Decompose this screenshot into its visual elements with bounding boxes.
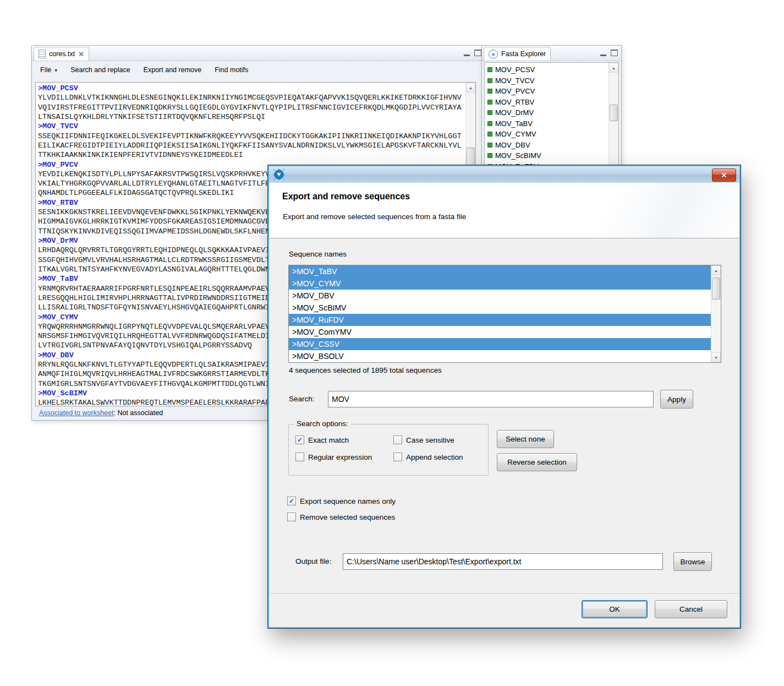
checkbox-exact-match[interactable]: ✓Exact match (295, 435, 393, 444)
explorer-item-label: MOV_PVCV (495, 87, 535, 95)
search-options-group: Search options: ✓Exact matchCase sensiti… (288, 424, 489, 476)
checkbox-box[interactable] (393, 453, 402, 461)
apply-button[interactable]: Apply (660, 390, 693, 409)
sequence-list-item[interactable]: >MOV_CSSV (289, 338, 711, 350)
explorer-item[interactable]: MOV_CYMV (485, 129, 609, 140)
maximize-icon[interactable] (611, 50, 618, 56)
checkbox-label: Remove selected sequences (300, 513, 395, 521)
checkbox-box[interactable]: ✓ (295, 435, 304, 444)
fasta-sequence-header: >MOV_TVCV (38, 122, 466, 131)
checkbox-case-sensitive[interactable]: Case sensitive (393, 435, 463, 444)
browse-button[interactable]: Browse (673, 552, 712, 571)
explorer-item[interactable]: MOV_PVCV (485, 86, 609, 97)
sequence-names-list[interactable]: >MOV_TaBV>MOV_CYMV>MOV_DBV>MOV_ScBIMV>MO… (288, 265, 721, 363)
selection-count: 4 sequences selected of 1895 total seque… (289, 366, 442, 374)
checkbox-label: Exact match (308, 436, 349, 444)
sequence-list-item[interactable]: >MOV_RuFDV (289, 314, 711, 326)
menu-search-and-replace[interactable]: Search and replace (70, 66, 130, 74)
dialog-subtitle: Export and remove selected sequences fro… (283, 213, 466, 221)
explorer-item[interactable]: MOV_TVCV (485, 75, 609, 86)
checkbox-box[interactable] (393, 435, 402, 444)
sequence-list-item[interactable]: >MOV_ScBIMV (289, 302, 711, 314)
worksheet-association-bar: Associated to worksheet: Not associated (39, 409, 163, 417)
export-flags: ✓Export sequence names onlyRemove select… (287, 497, 396, 521)
explorer-item-label: MOV_ScBIMV (495, 151, 541, 160)
tab-close-icon[interactable]: ✕ (78, 51, 84, 58)
explorer-item[interactable]: MOV_DrMV (485, 107, 609, 118)
sequence-rows: >MOV_TaBV>MOV_CYMV>MOV_DBV>MOV_ScBIMV>MO… (289, 265, 711, 362)
minimize-icon[interactable] (600, 50, 606, 56)
dialog-titlebar[interactable]: ✕ (269, 166, 739, 183)
checkbox-label: Export sequence names only (300, 497, 396, 505)
explorer-item-label: MOV_RTBV (495, 98, 534, 106)
fasta-sequence-line: LTNSAISLQYKHLDRLYTNKIFSETSTIIRTDQVQKNFLR… (38, 112, 466, 122)
explorer-title: Fasta Explorer (501, 50, 546, 58)
sequence-list-item[interactable]: >MOV_TaBV (289, 265, 711, 277)
scrollbar-thumb[interactable] (467, 148, 475, 167)
explorer-item[interactable]: MOV_ScBIMV (485, 150, 609, 161)
menu-find-motifs[interactable]: Find motifs (215, 66, 248, 74)
explorer-item-label: MOV_TVCV (495, 77, 535, 85)
menu-file[interactable]: File ▾ (40, 66, 57, 74)
checkbox-box[interactable]: ✓ (287, 497, 296, 505)
menu-export-and-remove[interactable]: Export and remove (144, 66, 202, 74)
editor-tabbar: cores.txt ✕ (32, 46, 485, 61)
desktop: cores.txt ✕ File ▾ Search and replace Ex… (0, 0, 784, 686)
sequence-list-item[interactable]: >MOV_BSOLV (289, 350, 711, 362)
explorer-item-label: MOV_DBV (495, 141, 530, 149)
checkbox-label: Regular expression (308, 453, 372, 461)
cancel-button[interactable]: Cancel (655, 600, 727, 618)
explorer-items: MOV_PCSVMOV_TVCVMOV_PVCVMOV_RTBVMOV_DrMV… (485, 64, 609, 172)
dialog-close-button[interactable]: ✕ (712, 168, 736, 182)
scroll-down-icon[interactable]: ▼ (711, 352, 721, 362)
scrollbar-thumb[interactable] (712, 277, 720, 300)
tab-fasta-explorer[interactable]: » Fasta Explorer (484, 47, 551, 61)
scroll-up-icon[interactable]: ▲ (609, 63, 618, 73)
associated-to-worksheet-link[interactable]: Associated to worksheet (39, 409, 114, 417)
fasta-sequence-line: SSEQKIIFDNNIFEQIKGKELDLSVEKIFEVPTIKNWFKR… (38, 132, 466, 141)
search-input[interactable]: MOV (328, 391, 654, 407)
checkbox-box[interactable] (287, 513, 296, 521)
fasta-sequence-header: >MOV_PCSV (38, 84, 466, 93)
checkbox-regular-expression[interactable]: Regular expression (295, 453, 393, 461)
export-dialog: ✕ Export and remove sequences Export and… (268, 165, 741, 628)
select-none-button[interactable]: Select none (497, 430, 554, 448)
explorer-item[interactable]: MOV_TaBV (485, 118, 609, 129)
tab-cores-txt[interactable]: cores.txt ✕ (34, 47, 89, 61)
checkbox-export-sequence-names-only[interactable]: ✓Export sequence names only (287, 497, 396, 505)
fasta-sequence-line: VQIVIRSTFREGITTPVIIRVEDNRIQDKRYSLLGQIEGD… (38, 103, 466, 112)
minimize-icon[interactable] (464, 50, 470, 56)
sequence-list-item[interactable]: >MOV_ComYMV (289, 326, 711, 338)
scroll-up-icon[interactable]: ▲ (466, 83, 475, 92)
output-file-label: Output file: (295, 557, 331, 565)
list-scrollbar[interactable]: ▲ ▼ (711, 265, 721, 362)
sequence-list-item[interactable]: >MOV_DBV (289, 290, 711, 302)
explorer-item[interactable]: MOV_DBV (485, 140, 609, 151)
output-file-input[interactable]: C:\Users\Name user\Desktop\Test\Export\e… (343, 553, 663, 570)
fasta-sequence-line: YLVDILLDNKLVTKIKNNGHLDLESNEGINQKILEKINRK… (38, 93, 466, 102)
search-label: Search: (289, 395, 315, 403)
explorer-item-label: MOV_TaBV (495, 119, 533, 128)
buttonbar-separator (269, 594, 739, 594)
explorer-item-label: MOV_PCSV (495, 66, 535, 74)
ok-button[interactable]: OK (582, 600, 648, 618)
maximize-icon[interactable] (474, 50, 481, 56)
explorer-item[interactable]: MOV_PCSV (485, 64, 609, 75)
explorer-item-label: MOV_CYMV (495, 130, 536, 138)
sequence-bullet-icon (487, 121, 492, 126)
sequence-list-item[interactable]: >MOV_CYMV (289, 277, 711, 290)
checkbox-append-selection[interactable]: Append selection (393, 453, 463, 461)
scroll-up-icon[interactable]: ▲ (711, 265, 721, 275)
fasta-explorer-icon: » (489, 50, 498, 59)
checkbox-box[interactable] (295, 453, 304, 461)
sequence-bullet-icon (487, 78, 492, 83)
sequence-bullet-icon (487, 143, 492, 148)
fasta-sequence-line: EILIKACFREGIDTPIEIYLADDRIIQPIEKSIISAIKGN… (38, 141, 466, 150)
checkbox-remove-selected-sequences[interactable]: Remove selected sequences (287, 513, 396, 521)
reverse-selection-button[interactable]: Reverse selection (497, 453, 577, 471)
sequence-bullet-icon (487, 153, 492, 158)
explorer-item[interactable]: MOV_RTBV (485, 97, 609, 108)
scrollbar-thumb[interactable] (610, 105, 618, 121)
sequence-bullet-icon (487, 100, 492, 105)
editor-toolbar: File ▾ Search and replace Export and rem… (32, 62, 485, 78)
